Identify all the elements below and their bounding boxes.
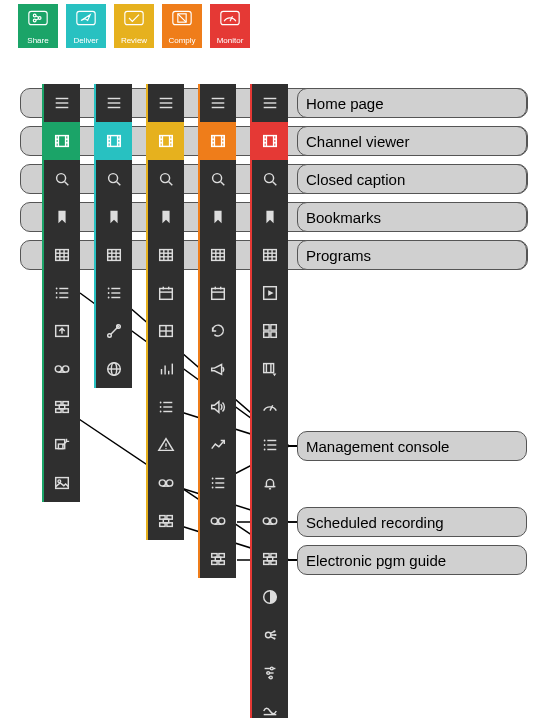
grid4-icon[interactable] (252, 312, 288, 350)
volume-icon[interactable] (200, 388, 236, 426)
bars-icon[interactable] (148, 350, 184, 388)
grid-icon[interactable] (200, 236, 236, 274)
menu-icon[interactable] (44, 84, 80, 122)
export-icon[interactable] (44, 312, 80, 350)
alert-icon[interactable] (148, 426, 184, 464)
toolbar-deliver (94, 84, 132, 388)
menu-icon[interactable] (200, 84, 236, 122)
grid-icon[interactable] (252, 236, 288, 274)
bookmark-icon[interactable] (252, 198, 288, 236)
play-icon[interactable] (252, 274, 288, 312)
gauge-icon[interactable] (252, 388, 288, 426)
bricks-icon[interactable] (200, 540, 236, 578)
bricks-icon[interactable] (148, 502, 184, 540)
wave-icon[interactable] (252, 692, 288, 718)
list-icon[interactable] (252, 426, 288, 464)
bookmark-icon[interactable] (200, 198, 236, 236)
contrast-icon[interactable] (252, 578, 288, 616)
list-icon[interactable] (96, 274, 132, 312)
cal-icon[interactable] (148, 274, 184, 312)
menu-icon[interactable] (148, 84, 184, 122)
search-icon[interactable] (200, 160, 236, 198)
menu-icon[interactable] (252, 84, 288, 122)
bricks-icon[interactable] (252, 540, 288, 578)
film-icon[interactable] (148, 122, 184, 160)
voicemail-icon[interactable] (252, 502, 288, 540)
bookmark-icon[interactable] (96, 198, 132, 236)
search-icon[interactable] (148, 160, 184, 198)
search-icon[interactable] (96, 160, 132, 198)
filter-icon[interactable] (252, 654, 288, 692)
toolbar-monitor (250, 84, 288, 718)
globe-icon[interactable] (96, 350, 132, 388)
sliders-icon[interactable] (252, 616, 288, 654)
film-icon[interactable] (44, 122, 80, 160)
voicemail-icon[interactable] (200, 502, 236, 540)
filmlock-icon[interactable] (252, 350, 288, 388)
voicemail-icon[interactable] (44, 350, 80, 388)
image-icon[interactable] (44, 464, 80, 502)
toolbar-comply (198, 84, 236, 578)
list-icon[interactable] (148, 388, 184, 426)
boxarrow-icon[interactable] (44, 426, 80, 464)
route-icon[interactable] (96, 312, 132, 350)
cal-icon[interactable] (200, 274, 236, 312)
megaphone-icon[interactable] (200, 350, 236, 388)
grid-icon[interactable] (44, 236, 80, 274)
bookmark-icon[interactable] (44, 198, 80, 236)
search-icon[interactable] (44, 160, 80, 198)
grid-icon[interactable] (96, 236, 132, 274)
bricks-icon[interactable] (44, 388, 80, 426)
voicemail-icon[interactable] (148, 464, 184, 502)
toolbar-share (42, 84, 80, 502)
film-icon[interactable] (200, 122, 236, 160)
table-icon[interactable] (148, 312, 184, 350)
film-icon[interactable] (252, 122, 288, 160)
bell-icon[interactable] (252, 464, 288, 502)
toolbar-review (146, 84, 184, 540)
list-icon[interactable] (200, 464, 236, 502)
film-icon[interactable] (96, 122, 132, 160)
refresh-icon[interactable] (200, 312, 236, 350)
bookmark-icon[interactable] (148, 198, 184, 236)
search-icon[interactable] (252, 160, 288, 198)
trend-icon[interactable] (200, 426, 236, 464)
grid-icon[interactable] (148, 236, 184, 274)
menu-icon[interactable] (96, 84, 132, 122)
list-icon[interactable] (44, 274, 80, 312)
